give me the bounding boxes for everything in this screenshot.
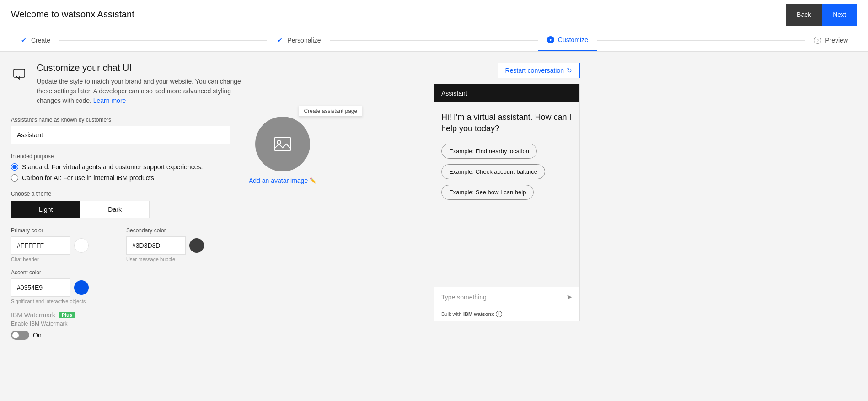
plus-badge: Plus — [59, 312, 75, 318]
avatar-circle — [255, 117, 310, 171]
learn-more-link[interactable]: Learn more — [93, 97, 126, 104]
chat-powered-by: Built with IBM watsonx i — [434, 307, 579, 321]
chat-suggestion-2[interactable]: Example: Check account balance — [441, 164, 545, 179]
intended-purpose-group: Intended purpose Standard: For virtual a… — [11, 153, 230, 182]
accent-color-label: Accent color — [11, 269, 230, 276]
toggle-row: On — [11, 331, 230, 340]
assistant-name-label: Assistant's name as known by customers — [11, 117, 230, 123]
right-panel: Restart conversation ↻ Assistant Hi! I'm… — [434, 63, 580, 390]
secondary-color-group: Secondary color User message bubble — [126, 227, 230, 262]
chat-header: Assistant — [434, 84, 579, 102]
chat-footer: Type something... ➤ — [434, 287, 579, 307]
svg-rect-1 — [274, 138, 291, 150]
edit-icon: ✏️ — [310, 177, 316, 184]
secondary-color-sublabel: User message bubble — [126, 257, 230, 262]
primary-color-sublabel: Chat header — [11, 257, 115, 262]
next-button[interactable]: Next — [822, 4, 857, 26]
chat-panel: Assistant Hi! I'm a virtual assistant. H… — [434, 84, 580, 321]
secondary-color-input-row — [126, 236, 230, 255]
info-icon[interactable]: i — [496, 311, 502, 317]
form-section: Assistant's name as known by customers I… — [11, 117, 423, 340]
theme-label: Choose a theme — [11, 191, 230, 197]
primary-color-input-row — [11, 236, 115, 255]
secondary-color-label: Secondary color — [126, 227, 230, 234]
accent-color-swatch[interactable] — [74, 280, 89, 295]
pending-icon: ○ — [814, 37, 821, 44]
accent-color-input-row — [11, 278, 230, 297]
primary-color-group: Primary color Chat header — [11, 227, 115, 262]
theme-dark-button[interactable]: Dark — [80, 201, 149, 218]
step-create[interactable]: ✔ Create — [11, 29, 59, 51]
customize-title: Customize your chat UI — [37, 63, 256, 73]
assistant-name-group: Assistant's name as known by customers — [11, 117, 230, 144]
check-icon: ✔ — [20, 37, 27, 44]
page-title-block: Customize your chat UI Update the style … — [37, 63, 256, 106]
form-left: Assistant's name as known by customers I… — [11, 117, 230, 340]
color-row-accent: Accent color Significant and interactive… — [11, 269, 230, 304]
add-avatar-link[interactable]: Add an avatar image ✏️ — [249, 177, 316, 184]
theme-section: Choose a theme Light Dark — [11, 191, 230, 218]
secondary-color-swatch[interactable] — [189, 238, 204, 253]
accent-color-input[interactable] — [11, 278, 70, 297]
color-row-primary-secondary: Primary color Chat header Secondary colo… — [11, 227, 230, 262]
step-divider — [59, 40, 267, 41]
chat-body: Hi! I'm a virtual assistant. How can I h… — [434, 102, 579, 287]
theme-buttons: Light Dark — [11, 201, 150, 218]
page-title: Welcome to watsonx Assistant — [11, 9, 134, 20]
refresh-icon: ↻ — [567, 67, 572, 74]
assistant-name-input[interactable] — [11, 126, 230, 144]
watermark-section: IBM Watermark Plus Enable IBM Watermark … — [11, 311, 230, 340]
create-assistant-tooltip: Create assistant page — [299, 106, 362, 117]
step-divider-3 — [597, 40, 805, 41]
chat-greeting: Hi! I'm a virtual assistant. How can I h… — [441, 112, 572, 134]
watermark-header: IBM Watermark Plus — [11, 311, 230, 319]
radio-standard[interactable]: Standard: For virtual agents and custome… — [11, 163, 230, 171]
app-header: Welcome to watsonx Assistant Back Next — [0, 0, 868, 29]
step-preview[interactable]: ○ Preview — [805, 29, 857, 51]
watermark-title: IBM Watermark — [11, 311, 55, 319]
left-panel: Customize your chat UI Update the style … — [11, 63, 423, 390]
header-actions: Back Next — [786, 4, 857, 26]
primary-color-swatch[interactable] — [74, 238, 89, 253]
intended-purpose-label: Intended purpose — [11, 153, 230, 160]
chat-suggestion-1[interactable]: Example: Find nearby location — [441, 144, 537, 159]
avatar-section: Create assistant page Add an avatar imag… — [249, 117, 316, 184]
send-icon[interactable]: ➤ — [566, 293, 572, 301]
step-personalize[interactable]: ✔ Personalize — [267, 29, 330, 51]
theme-light-button[interactable]: Light — [11, 201, 80, 218]
toggle-label: On — [33, 331, 42, 339]
primary-color-label: Primary color — [11, 227, 115, 234]
chat-suggestion-3[interactable]: Example: See how I can help — [441, 185, 534, 200]
accent-color-sublabel: Significant and interactive objects — [11, 299, 230, 304]
restart-conversation-button[interactable]: Restart conversation ↻ — [498, 63, 580, 78]
back-button[interactable]: Back — [786, 4, 822, 26]
progress-nav: ✔ Create ✔ Personalize ● Customize ○ Pre… — [0, 29, 868, 52]
primary-color-input[interactable] — [11, 236, 70, 255]
radio-carbon[interactable]: Carbon for AI: For use in internal IBM p… — [11, 174, 230, 182]
svg-rect-0 — [14, 69, 25, 77]
page-header: Customize your chat UI Update the style … — [11, 63, 423, 106]
watermark-sublabel: Enable IBM Watermark — [11, 321, 230, 327]
customize-icon — [11, 64, 29, 83]
ibm-watsonx-label: IBM watsonx — [463, 311, 494, 317]
chat-input-placeholder: Type something... — [441, 294, 492, 301]
active-dot-icon: ● — [547, 36, 554, 43]
step-divider-2 — [330, 40, 537, 41]
watermark-toggle[interactable] — [11, 331, 29, 340]
customize-description: Update the style to match your brand and… — [37, 77, 256, 106]
step-customize[interactable]: ● Customize — [538, 29, 597, 51]
secondary-color-input[interactable] — [126, 236, 186, 255]
avatar-placeholder-icon — [272, 133, 294, 155]
check-icon-2: ✔ — [276, 37, 284, 44]
main-content: Customize your chat UI Update the style … — [0, 52, 868, 401]
accent-color-group: Accent color Significant and interactive… — [11, 269, 230, 304]
